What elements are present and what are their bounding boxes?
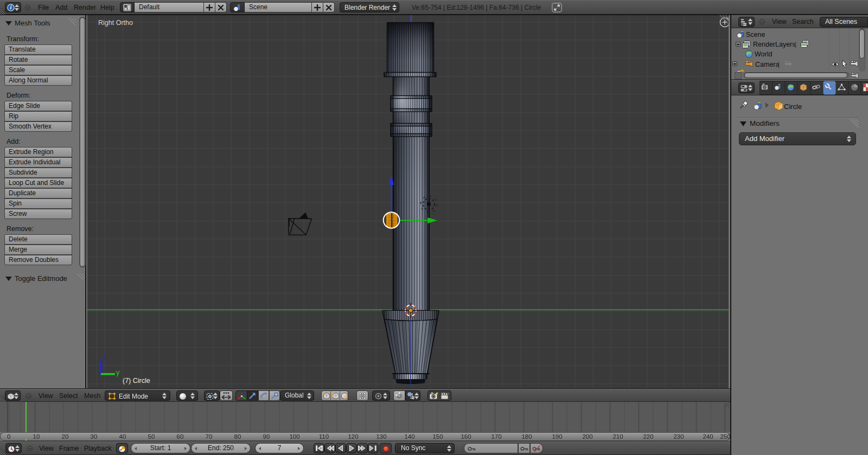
- svg-text:Right Ortho: Right Ortho: [98, 19, 133, 27]
- svg-text:y: y: [116, 368, 120, 376]
- svg-text:(7) Circle: (7) Circle: [123, 377, 150, 384]
- svg-text:z: z: [103, 353, 106, 361]
- svg-text:i: i: [10, 4, 12, 10]
